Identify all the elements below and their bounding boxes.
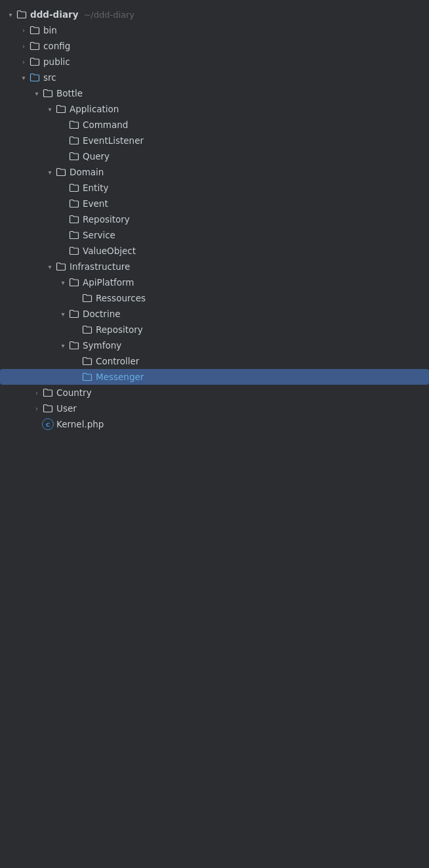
tree-item-valueobject[interactable]: ValueObject [0,243,429,259]
folder-icon-repository-domain [68,213,80,225]
chevron-config [18,41,29,51]
folder-icon-messenger [81,371,93,383]
label-apiplatform: ApiPlatform [83,277,134,288]
chevron-infrastructure [45,261,55,272]
tree-item-repository-domain[interactable]: Repository [0,211,429,227]
folder-icon-ddd-diary [16,9,28,20]
folder-icon-repository-doctrine [81,324,93,336]
label-repository-domain: Repository [83,214,130,225]
label-command: Command [83,119,128,130]
tree-item-controller[interactable]: Controller [0,353,429,369]
folder-icon-application [55,103,67,115]
label-domain: Domain [70,167,104,177]
tree-item-domain[interactable]: Domain [0,164,429,180]
label-src: src [43,72,56,83]
tree-item-infrastructure[interactable]: Infrastructure [0,259,429,274]
label-controller: Controller [96,356,139,366]
chevron-symfony [58,340,68,351]
tree-item-symfony[interactable]: Symfony [0,337,429,353]
folder-icon-user [42,402,54,414]
tree-item-bottle[interactable]: Bottle [0,85,429,101]
folder-icon-country [42,387,54,399]
folder-icon-controller [81,355,93,367]
folder-icon-service [68,229,80,241]
chevron-application [45,104,55,114]
folder-icon-doctrine [68,308,80,320]
tree-item-ddd-diary[interactable]: ddd-diary~/ddd-diary [0,7,429,22]
chevron-domain [45,167,55,177]
label-public: public [43,56,70,67]
label-infrastructure: Infrastructure [70,261,130,272]
folder-icon-entity [68,182,80,194]
folder-icon-config [29,40,41,52]
label-doctrine: Doctrine [83,309,121,319]
file-tree: ddd-diary~/ddd-diary bin config public s… [0,7,429,432]
folder-icon-eventlistener [68,135,80,146]
tree-item-country[interactable]: Country [0,385,429,401]
chevron-bin [18,25,29,35]
folder-icon-bin [29,24,41,36]
tree-item-public[interactable]: public [0,54,429,70]
label-messenger: Messenger [96,372,144,382]
label-country: Country [56,387,92,398]
label-ressources: Ressources [96,293,146,303]
tree-item-repository-doctrine[interactable]: Repository [0,322,429,337]
tree-item-doctrine[interactable]: Doctrine [0,306,429,322]
tree-item-event[interactable]: Event [0,196,429,211]
folder-icon-public [29,56,41,68]
label-ddd-diary: ddd-diary [30,9,78,20]
label-eventlistener: EventListener [83,135,144,146]
chevron-user [31,403,42,414]
tree-item-apiplatform[interactable]: ApiPlatform [0,274,429,290]
label-repository-doctrine: Repository [96,324,143,335]
label-service: Service [83,230,115,240]
tree-item-ressources[interactable]: Ressources [0,290,429,306]
tree-item-src[interactable]: src [0,70,429,85]
folder-icon-ressources [81,292,93,304]
label-user: User [56,403,77,414]
chevron-src [18,72,29,83]
folder-icon-infrastructure [55,261,67,272]
tree-item-user[interactable]: User [0,401,429,416]
tree-item-service[interactable]: Service [0,227,429,243]
label-query: Query [83,151,110,162]
label-config: config [43,41,70,51]
tree-item-messenger[interactable]: Messenger [0,369,429,385]
folder-icon-valueobject [68,245,80,257]
label-application: Application [70,104,119,114]
label-bottle: Bottle [56,88,83,98]
chevron-doctrine [58,309,68,319]
tree-item-config[interactable]: config [0,38,429,54]
label-symfony: Symfony [83,340,121,351]
chevron-country [31,387,42,398]
tree-item-query[interactable]: Query [0,148,429,164]
tree-item-command[interactable]: Command [0,117,429,133]
tree-item-bin[interactable]: bin [0,22,429,38]
folder-icon-domain [55,166,67,178]
tree-item-entity[interactable]: Entity [0,180,429,196]
label-event: Event [83,198,108,209]
folder-icon-command [68,119,80,131]
path-hint: ~/ddd-diary [83,10,134,20]
tree-item-application[interactable]: Application [0,101,429,117]
label-bin: bin [43,25,57,35]
label-valueobject: ValueObject [83,246,136,256]
folder-icon-query [68,150,80,162]
folder-icon-symfony [68,339,80,351]
tree-item-kernel[interactable]: cKernel.php [0,416,429,432]
chevron-public [18,56,29,67]
label-entity: Entity [83,183,108,193]
folder-icon-src [29,72,41,83]
folder-icon-bottle [42,87,54,99]
label-kernel: Kernel.php [56,419,104,429]
folder-icon-event [68,198,80,209]
php-icon: c [42,418,54,430]
folder-icon-apiplatform [68,276,80,288]
chevron-ddd-diary [5,9,16,20]
chevron-bottle [31,88,42,98]
chevron-apiplatform [58,277,68,288]
tree-item-eventlistener[interactable]: EventListener [0,133,429,148]
